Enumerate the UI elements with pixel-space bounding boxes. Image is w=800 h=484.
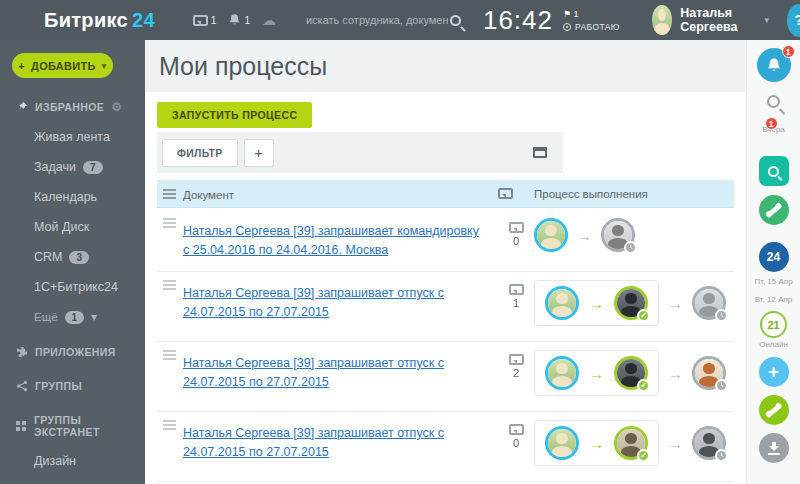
pending-approver-avatar[interactable]	[601, 218, 635, 252]
sidebar-item-calendar[interactable]: Календарь	[0, 190, 145, 204]
start-process-button[interactable]: ЗАПУСТИТЬ ПРОЦЕСС	[157, 102, 312, 128]
bitrix24-app: Битрикс24 1 1 ☁ 16:42 ⚑ 1 РАБОТАЮ Наталь…	[0, 0, 800, 484]
document-link[interactable]: Наталья Сергеева [39] запрашивает отпуск…	[183, 424, 488, 463]
cloud-icon[interactable]: ☁	[262, 13, 276, 27]
call-button[interactable]	[759, 195, 789, 225]
comment-count: 0	[513, 235, 519, 247]
avatar	[548, 289, 576, 317]
logo-brand: Битрикс	[44, 9, 128, 31]
search-input[interactable]	[304, 13, 450, 27]
rail-search-icon[interactable]	[767, 95, 780, 108]
phone-icon	[767, 404, 781, 417]
pending-approver-avatar[interactable]	[692, 286, 726, 320]
flag-count: 1	[574, 9, 579, 19]
filter-bar: ФИЛЬТР +	[157, 132, 563, 173]
process-cell: → ✓ →	[534, 280, 726, 326]
process-cell: →	[534, 218, 635, 252]
sidebar-item-tasks[interactable]: Задачи7	[0, 160, 145, 174]
initiator-avatar[interactable]	[545, 286, 579, 320]
comments-cell[interactable]: 0	[498, 222, 534, 247]
approved-avatar[interactable]: ✓	[614, 356, 648, 390]
search-icon[interactable]	[450, 15, 461, 26]
rail-add-button[interactable]: +	[759, 357, 789, 387]
clock[interactable]: 16:42	[483, 5, 553, 36]
flag-counter[interactable]: ⚑ 1	[563, 9, 620, 19]
bell-icon	[228, 13, 241, 27]
drag-handle-icon[interactable]	[163, 424, 176, 426]
gear-icon[interactable]: ⚙	[111, 100, 122, 114]
drag-handle-icon[interactable]	[163, 354, 176, 356]
sidebar-item-1c-bitrix24[interactable]: 1С+Битрикс24	[0, 280, 145, 294]
comment-icon	[509, 284, 524, 295]
chat-search-button[interactable]	[759, 156, 789, 186]
logo[interactable]: Битрикс24	[0, 9, 155, 32]
initiator-avatar[interactable]	[545, 426, 579, 460]
bitrix24-chat-bot[interactable]: 24	[759, 242, 789, 272]
topbar-right: 16:42 ⚑ 1 РАБОТАЮ Наталья Сергеева ▾ ?	[483, 4, 800, 37]
tasks-badge: 7	[83, 161, 103, 174]
comments-column-icon[interactable]	[498, 188, 513, 199]
user-name: Наталья Сергеева	[680, 6, 756, 34]
grid-settings-icon[interactable]	[533, 147, 547, 158]
blocks-icon	[16, 421, 27, 432]
process-cell: → ✓ →	[534, 420, 726, 466]
help-button[interactable]: ?	[787, 4, 800, 37]
pending-approver-avatar[interactable]	[692, 356, 726, 390]
initiator-avatar[interactable]	[545, 356, 579, 390]
rail-phone-button[interactable]	[759, 395, 789, 425]
comments-cell[interactable]: 2	[498, 354, 534, 379]
plus-icon: +	[18, 60, 25, 72]
date-label: Вт, 12 Апр	[755, 295, 793, 304]
drag-handle-icon[interactable]	[163, 222, 176, 224]
add-filter-button[interactable]: +	[244, 139, 274, 167]
sidebar-item-live-feed[interactable]: Живая лента	[0, 130, 145, 144]
document-link[interactable]: Наталья Сергеева [39] запрашивает команд…	[183, 222, 488, 261]
bell-count: 1	[244, 15, 250, 26]
waiting-clock-badge	[624, 241, 637, 254]
rail-notifications-button[interactable]: 1	[757, 48, 791, 82]
online-users-button[interactable]: 21	[760, 311, 787, 338]
sidebar-item-design[interactable]: Дизайн	[0, 454, 145, 468]
approved-avatar[interactable]: ✓	[614, 426, 648, 460]
column-process[interactable]: Процесс выполнения	[534, 188, 648, 200]
comments-cell[interactable]: 1	[498, 284, 534, 309]
item-label: Мой Диск	[34, 220, 89, 234]
comment-icon	[509, 354, 524, 365]
pending-approver-avatar[interactable]	[692, 426, 726, 460]
chat-button[interactable]: 1	[193, 15, 217, 26]
completed-step-box: → ✓	[534, 280, 659, 326]
document-link[interactable]: Наталья Сергеева [39] запрашивает отпуск…	[183, 354, 488, 393]
chevron-down-icon: ▾	[764, 15, 769, 25]
approved-avatar[interactable]: ✓	[614, 286, 648, 320]
drag-handle-icon[interactable]	[163, 193, 176, 195]
sidebar-section-extranet-groups[interactable]: ГРУППЫ ЭКСТРАНЕТ	[0, 414, 145, 438]
sidebar-section-favorites[interactable]: ИЗБРАННОЕ ⚙	[0, 100, 145, 114]
work-status[interactable]: РАБОТАЮ	[563, 22, 620, 32]
sidebar-item-my-drive[interactable]: Мой Диск	[0, 220, 145, 234]
sidebar-item-more[interactable]: Ещё1▾	[0, 310, 145, 324]
waiting-clock-badge	[715, 449, 728, 462]
document-link[interactable]: Наталья Сергеева [39] запрашивает отпуск…	[183, 284, 488, 323]
sidebar-section-groups[interactable]: ГРУППЫ	[0, 380, 145, 392]
initiator-avatar[interactable]	[534, 218, 568, 252]
arrow-right-icon: →	[589, 366, 604, 381]
table-row: Наталья Сергеева [39] запрашивает команд…	[157, 208, 734, 272]
download-app-button[interactable]	[759, 433, 789, 463]
drag-handle-icon[interactable]	[163, 284, 176, 286]
column-document[interactable]: Документ	[183, 189, 234, 201]
notifications-button[interactable]: 1	[228, 13, 250, 27]
add-button-label: ДОБАВИТЬ	[31, 60, 96, 72]
comment-count: 2	[513, 367, 519, 379]
phone-icon	[767, 204, 781, 217]
topbar-icons: 1 1 ☁	[193, 13, 276, 27]
section-label: ПРИЛОЖЕНИЯ	[35, 346, 116, 358]
comments-cell[interactable]: 0	[498, 424, 534, 449]
flag-icon: ⚑	[563, 9, 571, 19]
approved-check-badge: ✓	[637, 449, 650, 462]
sidebar-item-crm[interactable]: CRM3	[0, 250, 145, 264]
user-menu[interactable]: Наталья Сергеева ▾	[652, 5, 769, 35]
topbar: Битрикс24 1 1 ☁ 16:42 ⚑ 1 РАБОТАЮ Наталь…	[0, 0, 800, 40]
filter-button[interactable]: ФИЛЬТР	[162, 139, 238, 167]
sidebar-section-apps[interactable]: ПРИЛОЖЕНИЯ	[0, 346, 145, 358]
add-button[interactable]: +ДОБАВИТЬ▾	[12, 53, 113, 78]
